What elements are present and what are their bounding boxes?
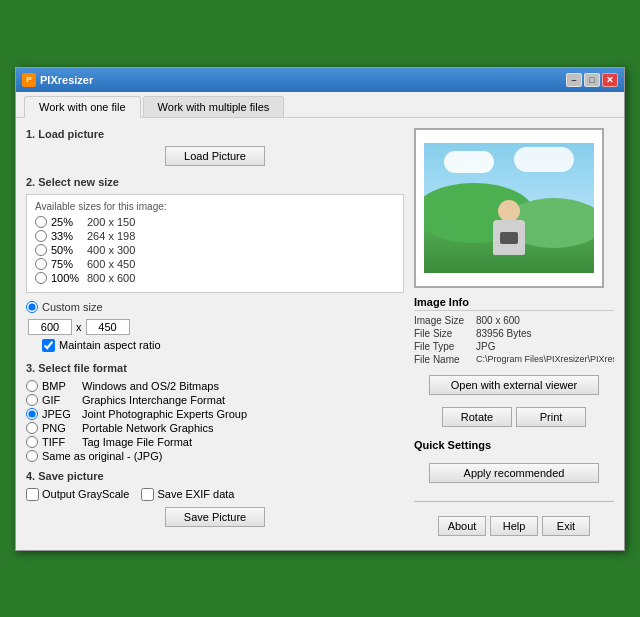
grayscale-label: Output GrayScale bbox=[42, 488, 129, 500]
aspect-ratio-label: Maintain aspect ratio bbox=[59, 339, 161, 351]
save-section-label: 4. Save picture bbox=[26, 470, 404, 482]
image-size-key: Image Size bbox=[414, 315, 472, 326]
maximize-button[interactable]: □ bbox=[584, 73, 600, 87]
person-body bbox=[493, 220, 525, 255]
size-option-33: 33% 264 x 198 bbox=[35, 230, 395, 242]
format-radio-tiff[interactable] bbox=[26, 436, 38, 448]
image-info-section: Image Info Image Size 800 x 600 File Siz… bbox=[414, 296, 614, 367]
aspect-ratio-row: Maintain aspect ratio bbox=[26, 339, 404, 352]
format-gif: GIF Graphics Interchange Format bbox=[26, 394, 404, 406]
cloud-1 bbox=[444, 151, 494, 173]
size-radio-100[interactable] bbox=[35, 272, 47, 284]
open-external-button[interactable]: Open with external viewer bbox=[429, 375, 599, 395]
tabs-bar: Work with one file Work with multiple fi… bbox=[16, 92, 624, 118]
size-section-label: 2. Select new size bbox=[26, 176, 404, 188]
left-panel: 1. Load picture Load Picture 2. Select n… bbox=[26, 128, 404, 540]
size-radio-75[interactable] bbox=[35, 258, 47, 270]
load-section: 1. Load picture Load Picture bbox=[26, 128, 404, 166]
external-viewer-row: Open with external viewer bbox=[414, 375, 614, 395]
format-radio-bmp[interactable] bbox=[26, 380, 38, 392]
image-info-title: Image Info bbox=[414, 296, 614, 311]
custom-height-input[interactable] bbox=[86, 319, 130, 335]
size-radio-25[interactable] bbox=[35, 216, 47, 228]
rotate-button[interactable]: Rotate bbox=[442, 407, 512, 427]
file-size-val: 83956 Bytes bbox=[476, 328, 614, 339]
custom-size-radio-row: Custom size bbox=[26, 301, 404, 313]
format-jpeg: JPEG Joint Photographic Experts Group bbox=[26, 408, 404, 420]
load-picture-button[interactable]: Load Picture bbox=[165, 146, 265, 166]
camera-prop bbox=[500, 232, 518, 244]
size-option-25: 25% 200 x 150 bbox=[35, 216, 395, 228]
rotate-print-row: Rotate Print bbox=[414, 407, 614, 427]
grayscale-row: Output GrayScale bbox=[26, 488, 129, 501]
quick-settings-label: Quick Settings bbox=[414, 439, 614, 451]
exit-button[interactable]: Exit bbox=[542, 516, 590, 536]
size-radio-custom[interactable] bbox=[26, 301, 38, 313]
image-size-row: Image Size 800 x 600 bbox=[414, 315, 614, 326]
format-png: PNG Portable Network Graphics bbox=[26, 422, 404, 434]
main-window: P PIXresizer – □ ✕ Work with one file Wo… bbox=[15, 67, 625, 551]
load-section-label: 1. Load picture bbox=[26, 128, 404, 140]
file-size-key: File Size bbox=[414, 328, 472, 339]
file-name-row: File Name C:\Program Files\PIXresizer\PI… bbox=[414, 354, 614, 365]
size-section: 2. Select new size Available sizes for t… bbox=[26, 176, 404, 352]
close-button[interactable]: ✕ bbox=[602, 73, 618, 87]
size-options-box: Available sizes for this image: 25% 200 … bbox=[26, 194, 404, 293]
tab-single-file[interactable]: Work with one file bbox=[24, 96, 141, 118]
exif-label: Save EXIF data bbox=[157, 488, 234, 500]
available-sizes-label: Available sizes for this image: bbox=[35, 201, 395, 212]
image-preview bbox=[414, 128, 604, 288]
title-bar-left: P PIXresizer bbox=[22, 73, 93, 87]
file-type-key: File Type bbox=[414, 341, 472, 352]
file-name-val: C:\Program Files\PIXresizer\PIXresiz bbox=[476, 354, 614, 365]
save-picture-button[interactable]: Save Picture bbox=[165, 507, 265, 527]
format-section: 3. Select file format BMP Windows and OS… bbox=[26, 362, 404, 462]
format-radio-png[interactable] bbox=[26, 422, 38, 434]
window-controls: – □ ✕ bbox=[566, 73, 618, 87]
format-bmp: BMP Windows and OS/2 Bitmaps bbox=[26, 380, 404, 392]
exif-checkbox[interactable] bbox=[141, 488, 154, 501]
size-radio-50[interactable] bbox=[35, 244, 47, 256]
exif-row: Save EXIF data bbox=[141, 488, 234, 501]
file-type-row: File Type JPG bbox=[414, 341, 614, 352]
size-option-75: 75% 600 x 450 bbox=[35, 258, 395, 270]
image-size-val: 800 x 600 bbox=[476, 315, 614, 326]
tab-multiple-files[interactable]: Work with multiple files bbox=[143, 96, 285, 117]
format-tiff: TIFF Tag Image File Format bbox=[26, 436, 404, 448]
format-radio-gif[interactable] bbox=[26, 394, 38, 406]
title-bar: P PIXresizer – □ ✕ bbox=[16, 68, 624, 92]
divider bbox=[414, 501, 614, 502]
about-help-exit-row: About Help Exit bbox=[414, 516, 614, 536]
apply-recommended-row: Apply recommended bbox=[414, 463, 614, 483]
about-button[interactable]: About bbox=[438, 516, 486, 536]
person-figure bbox=[493, 200, 525, 255]
format-same: Same as original - (JPG) bbox=[26, 450, 404, 462]
save-options-row: Output GrayScale Save EXIF data bbox=[26, 488, 404, 501]
format-radio-same[interactable] bbox=[26, 450, 38, 462]
x-separator: x bbox=[76, 321, 82, 333]
custom-size-label: Custom size bbox=[42, 301, 103, 313]
right-panel: Image Info Image Size 800 x 600 File Siz… bbox=[414, 128, 614, 540]
save-section: 4. Save picture Output GrayScale Save EX… bbox=[26, 470, 404, 527]
grayscale-checkbox[interactable] bbox=[26, 488, 39, 501]
apply-recommended-button[interactable]: Apply recommended bbox=[429, 463, 599, 483]
preview-image-content bbox=[424, 143, 594, 273]
minimize-button[interactable]: – bbox=[566, 73, 582, 87]
size-option-100: 100% 800 x 600 bbox=[35, 272, 395, 284]
main-content: 1. Load picture Load Picture 2. Select n… bbox=[16, 118, 624, 550]
custom-size-inputs: x bbox=[26, 319, 404, 335]
format-radio-jpeg[interactable] bbox=[26, 408, 38, 420]
print-button[interactable]: Print bbox=[516, 407, 586, 427]
file-type-val: JPG bbox=[476, 341, 614, 352]
person-head bbox=[498, 200, 520, 222]
size-option-50: 50% 400 x 300 bbox=[35, 244, 395, 256]
help-button[interactable]: Help bbox=[490, 516, 538, 536]
cloud-2 bbox=[514, 147, 574, 172]
aspect-ratio-checkbox[interactable] bbox=[42, 339, 55, 352]
format-section-label: 3. Select file format bbox=[26, 362, 404, 374]
file-name-key: File Name bbox=[414, 354, 472, 365]
size-radio-33[interactable] bbox=[35, 230, 47, 242]
custom-width-input[interactable] bbox=[28, 319, 72, 335]
file-size-row: File Size 83956 Bytes bbox=[414, 328, 614, 339]
window-title: PIXresizer bbox=[40, 74, 93, 86]
